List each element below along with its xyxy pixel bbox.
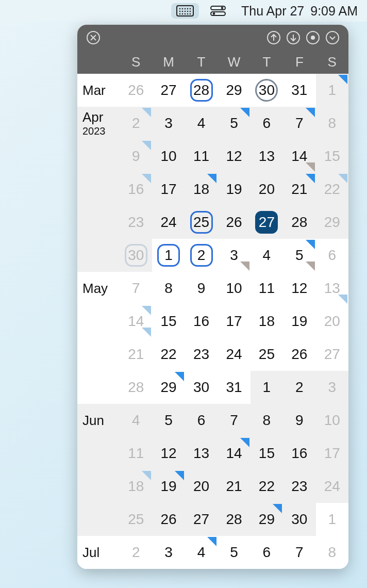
day-cell[interactable]: 6: [185, 404, 218, 437]
day-cell[interactable]: 18: [251, 305, 283, 338]
day-cell[interactable]: 20: [251, 173, 283, 206]
day-cell[interactable]: 3: [218, 239, 250, 272]
day-cell[interactable]: 1: [251, 371, 283, 404]
day-cell[interactable]: 26: [120, 74, 152, 107]
day-cell[interactable]: 10: [218, 272, 250, 305]
day-cell[interactable]: 2: [120, 107, 152, 140]
day-cell[interactable]: 19: [152, 470, 185, 503]
day-cell[interactable]: 10: [152, 140, 185, 173]
day-cell[interactable]: 10: [316, 404, 348, 437]
day-cell[interactable]: 30: [185, 371, 218, 404]
day-cell[interactable]: 5: [218, 536, 250, 569]
day-cell[interactable]: 6: [251, 107, 283, 140]
day-cell[interactable]: 7: [218, 404, 250, 437]
day-cell[interactable]: 19: [218, 173, 250, 206]
day-cell[interactable]: 31: [218, 371, 250, 404]
day-cell[interactable]: 17: [218, 305, 250, 338]
calendar-menubar-icon[interactable]: [171, 3, 199, 19]
day-cell[interactable]: 18: [120, 470, 152, 503]
day-cell[interactable]: 29: [152, 371, 185, 404]
day-cell[interactable]: 4: [185, 536, 218, 569]
day-cell[interactable]: 17: [152, 173, 185, 206]
control-center-icon[interactable]: [204, 3, 232, 19]
day-cell[interactable]: 18: [185, 173, 218, 206]
day-cell[interactable]: 13: [185, 437, 218, 470]
day-cell[interactable]: 24: [218, 338, 250, 371]
day-cell[interactable]: 15: [152, 305, 185, 338]
day-cell[interactable]: 8: [251, 404, 283, 437]
day-cell[interactable]: 14: [218, 437, 250, 470]
day-cell[interactable]: 22: [316, 173, 348, 206]
day-cell[interactable]: 30: [251, 74, 283, 107]
day-cell[interactable]: 3: [316, 371, 348, 404]
day-cell[interactable]: 14: [120, 305, 152, 338]
day-cell[interactable]: 27: [316, 338, 348, 371]
day-cell[interactable]: 28: [218, 503, 250, 536]
day-cell[interactable]: 29: [218, 74, 250, 107]
day-cell[interactable]: 8: [152, 272, 185, 305]
day-cell[interactable]: 6: [251, 536, 283, 569]
day-cell[interactable]: 24: [316, 470, 348, 503]
day-cell[interactable]: 28: [120, 371, 152, 404]
day-cell[interactable]: 16: [283, 437, 315, 470]
day-cell[interactable]: 30: [283, 503, 315, 536]
day-cell[interactable]: 16: [185, 305, 218, 338]
day-cell[interactable]: 12: [152, 437, 185, 470]
day-cell[interactable]: 25: [120, 503, 152, 536]
day-cell[interactable]: 23: [283, 470, 315, 503]
day-cell[interactable]: 16: [120, 173, 152, 206]
chevron-down-icon[interactable]: [323, 28, 342, 47]
day-cell[interactable]: 1: [152, 239, 185, 272]
day-cell[interactable]: 19: [283, 305, 315, 338]
day-cell[interactable]: 3: [152, 536, 185, 569]
day-cell[interactable]: 15: [316, 140, 348, 173]
day-cell[interactable]: 4: [185, 107, 218, 140]
close-icon[interactable]: [84, 28, 103, 47]
day-cell[interactable]: 21: [120, 338, 152, 371]
day-cell[interactable]: 21: [218, 470, 250, 503]
day-cell[interactable]: 3: [152, 107, 185, 140]
day-cell[interactable]: 29: [251, 503, 283, 536]
day-cell[interactable]: 8: [316, 536, 348, 569]
day-cell[interactable]: 2: [120, 536, 152, 569]
day-cell[interactable]: 9: [283, 404, 315, 437]
day-cell[interactable]: 26: [218, 206, 250, 239]
day-cell[interactable]: 9: [120, 140, 152, 173]
day-cell[interactable]: 23: [185, 338, 218, 371]
day-cell[interactable]: 22: [152, 338, 185, 371]
day-cell[interactable]: 20: [316, 305, 348, 338]
day-cell[interactable]: 27: [251, 206, 283, 239]
menubar-time[interactable]: 9:09 AM: [310, 4, 358, 19]
day-cell[interactable]: 5: [218, 107, 250, 140]
day-cell[interactable]: 21: [283, 173, 315, 206]
day-cell[interactable]: 17: [316, 437, 348, 470]
day-cell[interactable]: 5: [283, 239, 315, 272]
menubar-date[interactable]: Thu Apr 27: [241, 4, 304, 19]
day-cell[interactable]: 26: [152, 503, 185, 536]
day-cell[interactable]: 9: [185, 272, 218, 305]
scroll-down-icon[interactable]: [283, 28, 303, 47]
day-cell[interactable]: 27: [185, 503, 218, 536]
day-cell[interactable]: 11: [185, 140, 218, 173]
day-cell[interactable]: 11: [120, 437, 152, 470]
day-cell[interactable]: 7: [283, 107, 315, 140]
day-cell[interactable]: 25: [185, 206, 218, 239]
day-cell[interactable]: 2: [185, 239, 218, 272]
day-cell[interactable]: 1: [316, 74, 348, 107]
day-cell[interactable]: 7: [283, 536, 315, 569]
day-cell[interactable]: 11: [251, 272, 283, 305]
day-cell[interactable]: 12: [218, 140, 250, 173]
day-cell[interactable]: 29: [316, 206, 348, 239]
day-cell[interactable]: 1: [316, 503, 348, 536]
day-cell[interactable]: 14: [283, 140, 315, 173]
day-cell[interactable]: 24: [152, 206, 185, 239]
day-cell[interactable]: 31: [283, 74, 315, 107]
day-cell[interactable]: 4: [251, 239, 283, 272]
day-cell[interactable]: 2: [283, 371, 315, 404]
day-cell[interactable]: 6: [316, 239, 348, 272]
day-cell[interactable]: 7: [120, 272, 152, 305]
day-cell[interactable]: 4: [120, 404, 152, 437]
day-cell[interactable]: 28: [283, 206, 315, 239]
day-cell[interactable]: 28: [185, 74, 218, 107]
day-cell[interactable]: 27: [152, 74, 185, 107]
